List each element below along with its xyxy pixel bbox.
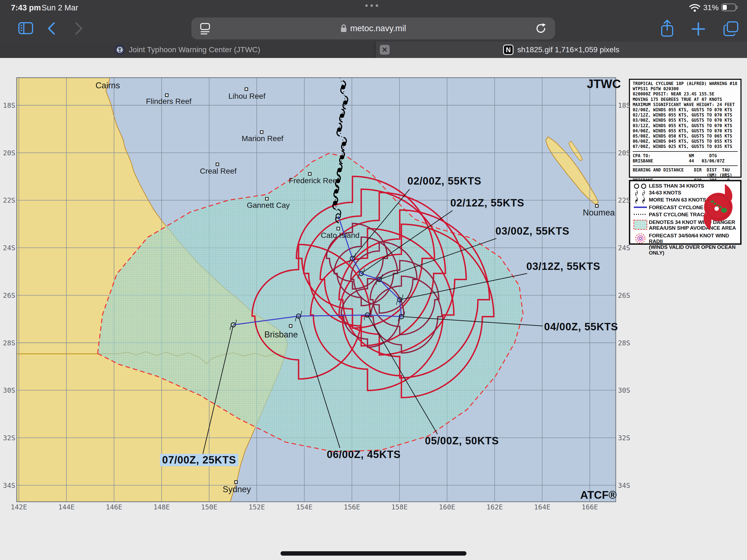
cyclone-chart [0, 0, 747, 560]
